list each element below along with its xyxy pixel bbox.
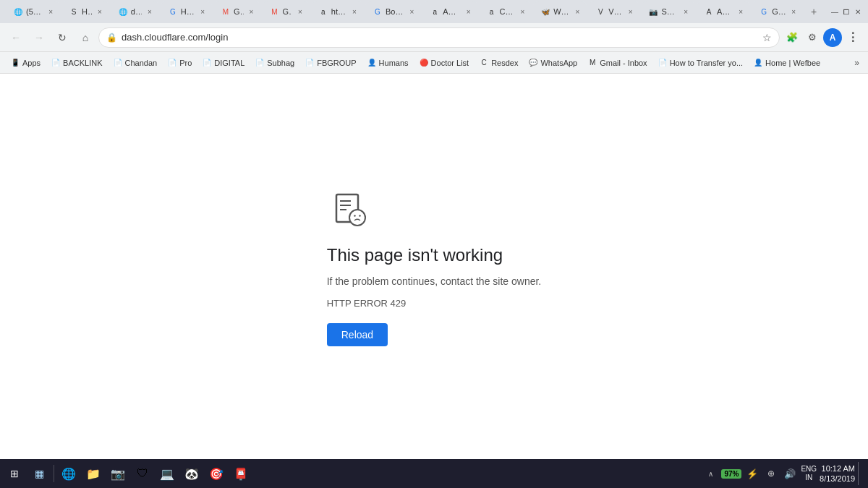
tab-title: (56) W... xyxy=(26,7,43,16)
app2-taskbar[interactable]: 🎯 xyxy=(205,462,228,485)
tab-close-icon[interactable]: × xyxy=(684,8,688,16)
tab-close-icon[interactable]: × xyxy=(629,8,633,16)
bookmark-item[interactable]: 📄How to Transfer yo... xyxy=(653,56,747,70)
task-view-button[interactable]: ▦ xyxy=(27,462,51,485)
tab-favicon: 📷 xyxy=(648,7,658,17)
browser-tab[interactable]: SHome× xyxy=(61,1,109,22)
tab-close-icon[interactable]: × xyxy=(352,8,357,16)
tab-favicon: A xyxy=(704,7,714,17)
bookmark-label: Chandan xyxy=(125,59,158,67)
bookmark-favicon: M xyxy=(587,58,597,68)
taskbar-separator xyxy=(54,465,54,482)
bookmarks-bar: 📱Apps📄BACKLINK📄Chandan📄Pro📄DIGITAL📄Subha… xyxy=(0,52,868,74)
close-button[interactable]: ✕ xyxy=(854,7,862,16)
bookmark-favicon: 📄 xyxy=(305,58,315,68)
profile-avatar[interactable]: A xyxy=(823,28,842,47)
tab-close-icon[interactable]: × xyxy=(467,8,471,16)
tab-title: Conta... xyxy=(500,7,515,16)
reload-button[interactable]: ↻ xyxy=(52,27,72,48)
address-bar[interactable]: 🔒 dash.cloudflare.com/login ☆ xyxy=(98,27,780,48)
error-title: This page isn't working xyxy=(327,245,503,265)
files-taskbar[interactable]: 📁 xyxy=(82,462,105,485)
tab-title: Book S... xyxy=(386,7,404,16)
bookmark-item[interactable]: 📄FBGROUP xyxy=(300,56,360,70)
tab-favicon: 🌐 xyxy=(118,7,128,17)
browser-tab[interactable]: 🦋Web F...× xyxy=(533,1,587,22)
browser-tab[interactable]: MGmail× xyxy=(213,1,260,22)
more-options-icon[interactable]: ⋮ xyxy=(843,28,862,47)
app3-taskbar[interactable]: 📮 xyxy=(229,462,252,485)
browser-tab[interactable]: GHTTP...× xyxy=(161,1,212,22)
tab-close-icon[interactable]: × xyxy=(520,8,524,16)
bookmark-label: WhatsApp xyxy=(540,59,577,67)
bookmark-item[interactable]: 📄Chandan xyxy=(109,56,162,70)
chrome-taskbar[interactable]: 🌐 xyxy=(57,462,80,485)
bookmark-item[interactable]: 👤Humans xyxy=(362,56,413,70)
bookmark-item[interactable]: MGmail - Inbox xyxy=(583,56,651,70)
tab-close-icon[interactable]: × xyxy=(791,8,796,16)
battery-indicator: 97% xyxy=(721,469,741,479)
browser-tab[interactable]: 🌐da... ×× xyxy=(111,1,159,22)
camera-taskbar[interactable]: 📷 xyxy=(106,462,129,485)
tab-close-icon[interactable]: × xyxy=(575,8,579,16)
error-code: HTTP ERROR 429 xyxy=(327,298,407,309)
bookmark-item[interactable]: 📄Subhag xyxy=(250,56,299,70)
bookmark-item[interactable]: 📱Apps xyxy=(6,56,45,70)
forward-button[interactable]: → xyxy=(29,27,49,48)
bookmark-item[interactable]: 📄BACKLINK xyxy=(46,56,106,70)
bookmarks-overflow-button[interactable]: » xyxy=(851,56,862,70)
antivirus-taskbar[interactable]: 🛡 xyxy=(131,462,154,485)
date-display: 8/13/2019 xyxy=(820,474,855,484)
new-tab-button[interactable]: + xyxy=(806,4,822,20)
tab-close-icon[interactable]: × xyxy=(739,8,743,16)
back-button[interactable]: ← xyxy=(6,27,26,48)
tab-close-icon[interactable]: × xyxy=(200,8,205,16)
browser-tab[interactable]: aConta...× xyxy=(480,1,532,22)
browser-tab[interactable]: 🌐(56) W...× xyxy=(6,1,60,22)
bookmark-item[interactable]: 📄Pro xyxy=(163,56,196,70)
app1-taskbar[interactable]: 🐼 xyxy=(180,462,203,485)
tray-up-arrow[interactable]: ∧ xyxy=(702,466,718,481)
browser-tab[interactable]: VVicha...× xyxy=(588,1,639,22)
browser-tab[interactable]: MGmail× xyxy=(262,1,309,22)
clock: 10:12 AM 8/13/2019 xyxy=(820,463,855,484)
browser-tab[interactable]: 📷Subha...× xyxy=(641,1,695,22)
network-icon[interactable]: ⊕ xyxy=(763,466,779,481)
start-button[interactable]: ⊞ xyxy=(3,462,26,485)
show-desktop-button[interactable] xyxy=(858,462,862,485)
error-icon-container xyxy=(327,187,370,231)
tab-title: Home xyxy=(82,7,92,16)
bookmark-favicon: C xyxy=(479,58,489,68)
tab-close-icon[interactable]: × xyxy=(148,8,152,16)
tab-favicon: G xyxy=(759,7,769,17)
tab-close-icon[interactable]: × xyxy=(48,8,53,16)
extensions-icon[interactable]: 🧩 xyxy=(783,28,801,47)
maximize-button[interactable]: ⧠ xyxy=(842,7,851,16)
bookmark-favicon: 📄 xyxy=(51,58,61,68)
minimize-button[interactable]: — xyxy=(830,7,839,16)
browser-tab[interactable]: ahttps:/...× xyxy=(311,1,364,22)
settings-icon[interactable]: ⚙ xyxy=(803,28,822,47)
tab-favicon: M xyxy=(269,7,279,17)
browser-tab[interactable]: aAmazo...× xyxy=(422,1,477,22)
bookmark-item[interactable]: 🔴Doctor List xyxy=(414,56,474,70)
bookmark-item[interactable]: 💬WhatsApp xyxy=(524,56,582,70)
bookmark-favicon: 📄 xyxy=(113,58,123,68)
tab-close-icon[interactable]: × xyxy=(250,8,254,16)
system-taskbar[interactable]: 💻 xyxy=(156,462,179,485)
bookmark-item[interactable]: 📄DIGITAL xyxy=(197,56,249,70)
browser-tab[interactable]: GBook S...× xyxy=(365,1,421,22)
bookmark-favicon: 📄 xyxy=(202,58,212,68)
bookmark-label: Home | Wefbee xyxy=(765,59,820,67)
tab-close-icon[interactable]: × xyxy=(298,8,302,16)
browser-tab[interactable]: GGoog...× xyxy=(752,1,803,22)
reload-button[interactable]: Reload xyxy=(327,323,388,346)
bookmark-item[interactable]: 👤Home | Wefbee xyxy=(749,56,825,70)
tab-close-icon[interactable]: × xyxy=(98,8,102,16)
bookmark-star-icon[interactable]: ☆ xyxy=(762,32,772,43)
browser-tab[interactable]: AAdvan...× xyxy=(697,1,750,22)
bookmark-item[interactable]: CResdex xyxy=(475,56,522,70)
speaker-icon[interactable]: 🔊 xyxy=(782,466,798,481)
home-button[interactable]: ⌂ xyxy=(75,27,95,48)
tab-close-icon[interactable]: × xyxy=(409,8,414,16)
